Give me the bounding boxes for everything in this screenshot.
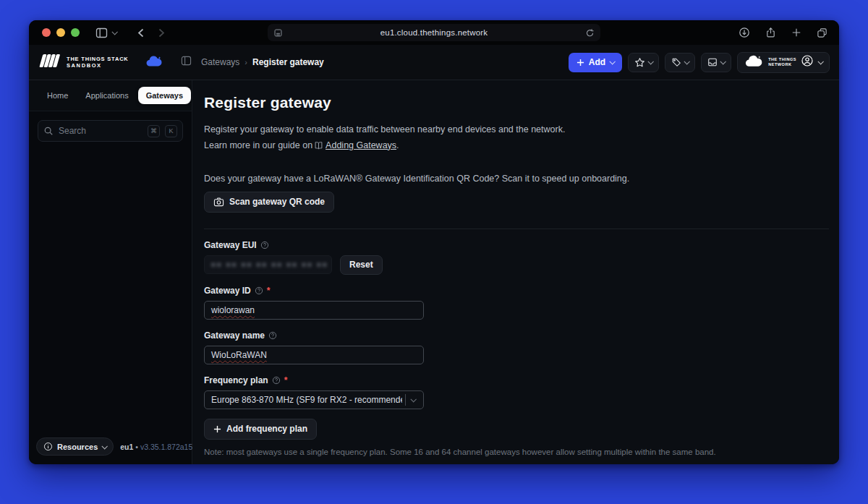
help-icon[interactable] (255, 286, 263, 295)
eui-field-label: Gateway EUI (204, 240, 829, 250)
chevron-down-icon (684, 59, 690, 64)
close-window-button[interactable] (42, 28, 51, 37)
scan-qr-label: Scan gateway QR code (229, 197, 325, 207)
help-icon[interactable] (260, 241, 269, 249)
select-divider (405, 394, 406, 406)
tags-button[interactable] (665, 53, 695, 72)
chevron-down-icon (720, 59, 726, 64)
gateway-eui-input[interactable]: ●● ●● ●● ●● ●● ●● ●● ●● (204, 255, 332, 274)
help-icon[interactable] (268, 331, 277, 340)
reload-icon[interactable] (585, 28, 595, 38)
cmd-key-badge: ⌘ (148, 125, 160, 137)
address-bar[interactable]: eu1.cloud.thethings.network (268, 24, 600, 41)
forward-button[interactable] (157, 28, 166, 38)
frequency-plan-select[interactable]: Europe 863-870 MHz (SF9 for RX2 - recomm… (204, 390, 424, 409)
main-content: Register gateway Register your gateway t… (192, 80, 839, 464)
info-icon (43, 442, 53, 451)
search-input[interactable] (59, 126, 142, 136)
downloads-icon[interactable] (739, 27, 750, 38)
help-icon[interactable] (272, 376, 281, 385)
intro-line2: Learn more in our guide onAdding Gateway… (204, 138, 829, 154)
sidebar-toggle-icon[interactable] (95, 27, 108, 38)
chevron-down-icon (648, 59, 654, 64)
breadcrumb: Gateways › Register gateway (201, 57, 324, 67)
resources-button[interactable]: Resources (36, 437, 114, 456)
chevron-down-icon (410, 396, 416, 402)
sidebar-chevron-icon[interactable] (112, 30, 116, 35)
book-icon (314, 141, 323, 150)
brand-text: THE THINGS STACK SANDBOX (67, 56, 129, 69)
cloud-deployment-icon[interactable] (145, 55, 163, 70)
section-divider (204, 228, 829, 229)
tab-overview-icon[interactable] (817, 27, 827, 38)
browser-window: eu1.cloud.thethings.network (29, 20, 839, 464)
plus-icon (576, 59, 584, 67)
desktop-background: eu1.cloud.thethings.network (0, 0, 868, 504)
intro-period: . (396, 140, 399, 150)
adding-gateways-link[interactable]: Adding Gateways (326, 140, 396, 150)
scan-qr-button[interactable]: Scan gateway QR code (204, 192, 334, 213)
minimize-window-button[interactable] (56, 28, 65, 37)
frequency-label-text: Frequency plan (204, 375, 268, 385)
reset-label: Reset (349, 260, 373, 270)
id-field-label: Gateway ID * (204, 286, 829, 296)
required-marker: * (284, 375, 288, 385)
add-button-label: Add (589, 57, 605, 67)
eui-masked-value: ●● ●● ●● ●● ●● ●● ●● ●● (211, 261, 328, 268)
sidebar-search[interactable]: ⌘ K (38, 120, 183, 142)
page-title: Register gateway (204, 94, 829, 111)
inbox-icon (707, 57, 718, 67)
ttn-cloud-icon (744, 55, 764, 70)
plus-icon (213, 425, 221, 433)
browser-toolbar: eu1.cloud.thethings.network (29, 20, 839, 45)
starred-button[interactable] (628, 53, 659, 72)
add-frequency-plan-label: Add frequency plan (226, 424, 307, 434)
add-frequency-plan-button[interactable]: Add frequency plan (204, 419, 317, 440)
chevron-down-icon (102, 443, 108, 449)
frequency-field-label: Frequency plan * (204, 375, 829, 385)
frequency-plan-value: Europe 863-870 MHz (SF9 for RX2 - recomm… (211, 395, 402, 405)
account-menu-button[interactable]: THE THINGS NETWORK (737, 52, 830, 73)
console-header: THE THINGS STACK SANDBOX Gateways › Regi… (29, 45, 839, 80)
profile-icon (801, 54, 814, 70)
chevron-down-icon (817, 59, 823, 64)
reset-button[interactable]: Reset (340, 255, 383, 275)
page-settings-icon[interactable] (273, 28, 283, 38)
url-text: eu1.cloud.thethings.network (283, 28, 585, 37)
breadcrumb-current: Register gateway (252, 57, 324, 67)
ttn-line1: THE THINGS (768, 57, 796, 62)
chevron-down-icon (610, 59, 616, 64)
breadcrumb-gateways[interactable]: Gateways (201, 57, 239, 67)
breadcrumb-separator: › (244, 58, 247, 67)
gateway-id-input[interactable]: wiolorawan (204, 301, 424, 320)
cluster-name: eu1 (120, 443, 133, 451)
back-button[interactable] (137, 28, 145, 38)
add-button[interactable]: Add (569, 53, 622, 72)
gateway-id-value: wiolorawan (211, 305, 255, 315)
brand-block[interactable]: THE THINGS STACK SANDBOX (29, 53, 192, 72)
star-icon (634, 57, 645, 68)
tab-gateways[interactable]: Gateways (138, 87, 191, 104)
tab-applications[interactable]: Applications (77, 87, 136, 104)
zoom-window-button[interactable] (71, 28, 80, 37)
header-actions: Add (569, 52, 839, 73)
qr-prompt: Does your gateway have a LoRaWAN® Gatewa… (204, 174, 829, 184)
ttn-line2: NETWORK (768, 62, 796, 67)
tab-home[interactable]: Home (39, 87, 76, 104)
new-tab-icon[interactable] (791, 27, 801, 38)
gateway-name-input[interactable]: WioLoRaWAN (204, 346, 424, 364)
collapse-sidebar-icon[interactable] (181, 56, 192, 69)
notifications-button[interactable] (701, 53, 731, 72)
intro-line1: Register your gateway to enable data tra… (204, 122, 829, 138)
name-label-text: Gateway name (204, 330, 265, 341)
tag-icon (671, 57, 681, 67)
search-icon (43, 126, 54, 136)
resources-label: Resources (57, 443, 98, 451)
sidebar-footer: Resources eu1 • v3.35.1.872a15f831 (29, 437, 192, 464)
k-key-badge: K (165, 125, 177, 137)
name-field-label: Gateway name (204, 330, 829, 341)
share-icon[interactable] (765, 27, 776, 38)
id-label-text: Gateway ID (204, 286, 251, 296)
qr-section: Does your gateway have a LoRaWAN® Gatewa… (204, 174, 829, 213)
brand-line2: SANDBOX (67, 62, 129, 69)
